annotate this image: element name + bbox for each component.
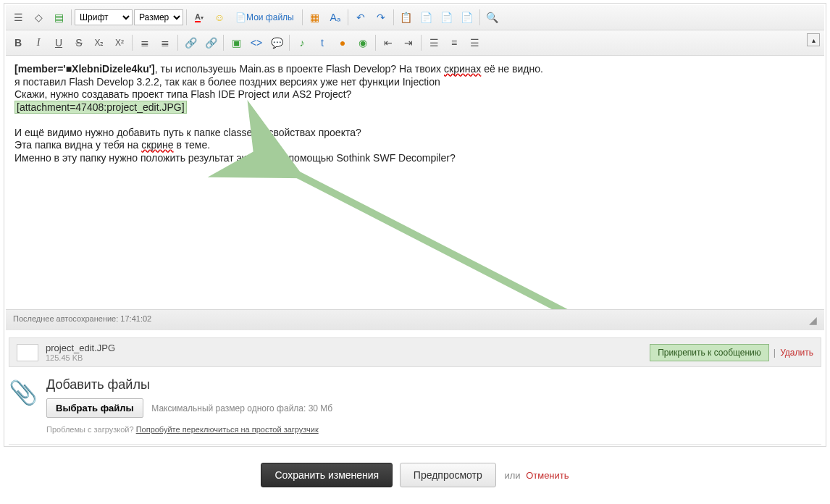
twitter-icon[interactable]: t: [313, 33, 332, 52]
delete-attachment-link[interactable]: Удалить: [780, 348, 813, 358]
upload-problems-text: Проблемы с загрузкой?: [46, 425, 136, 434]
editor-container: ☰ ◇ ▤ Шрифт Размер A▾ ☺ 📄 Мои файлы ▦ Aₐ…: [4, 3, 826, 447]
toolbar-secondary: B I U S X₂ X² ≣ ≣ 🔗 🔗 ▣ <> 💬 ♪ t ● ◉ ⇤ ⇥…: [6, 30, 824, 56]
unlink-icon[interactable]: 🔗: [201, 33, 220, 52]
or-text: или: [504, 470, 520, 481]
attachment-tag: [attachment=47408:project_edit.JPG]: [14, 101, 187, 114]
save-button[interactable]: Сохранить изменения: [261, 463, 393, 487]
spellcheck-icon[interactable]: ▤: [49, 8, 68, 27]
circle1-icon[interactable]: ●: [333, 33, 352, 52]
footer-actions: Сохранить изменения Предпросмотр или Отм…: [0, 463, 830, 487]
italic-icon[interactable]: I: [29, 33, 48, 52]
autosave-text: Последнее автосохранение: 17:41:02: [13, 314, 151, 326]
link-icon[interactable]: 🔗: [181, 33, 200, 52]
svg-line-0: [292, 172, 687, 309]
paste-text-icon[interactable]: 📄: [437, 8, 456, 27]
toggle-mode-icon[interactable]: ☰: [9, 8, 28, 27]
member-tag: [member='■XlebniDizele4ku']: [14, 63, 155, 75]
quote-icon[interactable]: 💬: [267, 33, 286, 52]
image-icon[interactable]: ▣: [227, 33, 246, 52]
textcolor-icon[interactable]: A▾: [190, 8, 209, 27]
align-left-icon[interactable]: ☰: [424, 33, 443, 52]
paste-icon[interactable]: 📄: [417, 8, 436, 27]
resize-grip-icon[interactable]: ◢: [809, 314, 817, 326]
indent-icon[interactable]: ⇥: [399, 33, 418, 52]
attachment-row: project_edit.JPG 125.45 KB Прикрепить к …: [9, 337, 821, 367]
align-center-icon[interactable]: ≡: [445, 33, 464, 52]
editor-textarea[interactable]: [member='■XlebniDizele4ku'], ты использу…: [6, 56, 824, 309]
upload-title: Добавить файлы: [46, 377, 332, 392]
translate-icon[interactable]: Aₐ: [326, 8, 345, 27]
find-icon[interactable]: 🔍: [483, 8, 502, 27]
paperclip-icon: 📎: [9, 379, 38, 434]
redo-icon[interactable]: ↷: [372, 8, 390, 27]
paste-word-icon[interactable]: 📄: [458, 8, 477, 27]
copy-icon[interactable]: 📋: [397, 8, 416, 27]
toolbar-primary: ☰ ◇ ▤ Шрифт Размер A▾ ☺ 📄 Мои файлы ▦ Aₐ…: [6, 5, 824, 30]
strike-icon[interactable]: S: [70, 33, 88, 52]
undo-icon[interactable]: ↶: [351, 8, 370, 27]
simple-uploader-link[interactable]: Попробуйте переключиться на простой загр…: [136, 425, 319, 434]
eraser-icon[interactable]: ◇: [29, 8, 48, 27]
outdent-icon[interactable]: ⇤: [379, 33, 398, 52]
expand-toggle-icon[interactable]: ▴: [807, 33, 820, 46]
status-bar: Последнее автосохранение: 17:41:02 ◢: [6, 309, 824, 330]
file-name: project_edit.JPG: [46, 343, 650, 353]
bold-icon[interactable]: B: [9, 33, 28, 52]
list-number-icon[interactable]: ≣: [156, 33, 175, 52]
smiley-icon[interactable]: ☺: [210, 8, 229, 27]
upload-hint: Максимальный размер одного файла: 30 Мб: [151, 403, 332, 413]
upload-section: 📎 Добавить файлы Выбрать файлы Максималь…: [9, 377, 821, 434]
myfiles-button[interactable]: 📄 Мои файлы: [230, 8, 299, 27]
code-icon[interactable]: <>: [247, 33, 266, 52]
subscript-icon[interactable]: X₂: [90, 33, 109, 52]
superscript-icon[interactable]: X²: [110, 33, 129, 52]
circle2-icon[interactable]: ◉: [353, 33, 372, 52]
choose-files-button[interactable]: Выбрать файлы: [46, 398, 143, 418]
font-select[interactable]: Шрифт: [75, 9, 133, 25]
preview-button[interactable]: Предпросмотр: [400, 463, 496, 487]
cancel-link[interactable]: Отменить: [526, 470, 569, 481]
align-right-icon[interactable]: ☰: [465, 33, 484, 52]
list-bullet-icon[interactable]: ≣: [135, 33, 154, 52]
attach-to-post-button[interactable]: Прикрепить к сообщению: [650, 344, 769, 361]
size-select[interactable]: Размер: [134, 9, 183, 25]
file-size: 125.45 KB: [46, 353, 650, 362]
underline-icon[interactable]: U: [49, 33, 68, 52]
file-thumbnail-icon: [17, 344, 38, 361]
media-icon[interactable]: ♪: [293, 33, 311, 52]
gift-icon[interactable]: ▦: [306, 8, 324, 27]
